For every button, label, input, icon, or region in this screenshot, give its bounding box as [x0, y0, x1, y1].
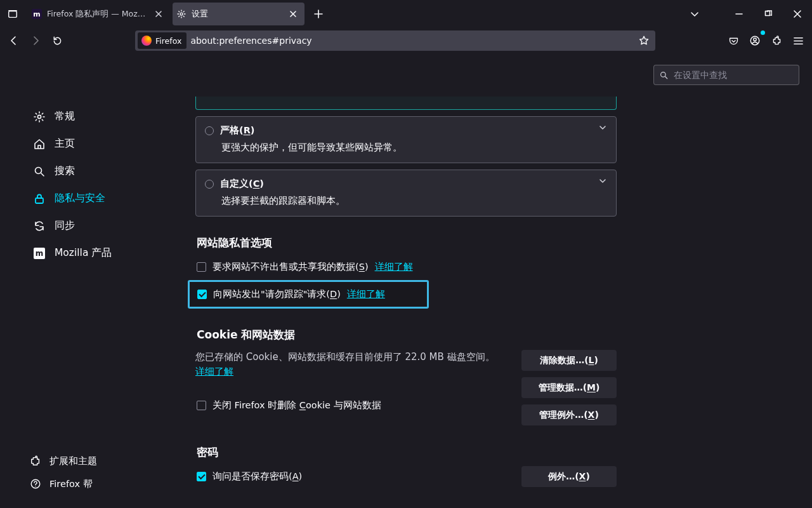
sidebar-label: Mozilla 产品: [55, 246, 112, 260]
tab-mozilla-privacy[interactable]: m Firefox 隐私声明 — Mozilla: [28, 3, 170, 25]
sidebar-item-search[interactable]: 搜索: [4, 157, 178, 185]
tab-settings[interactable]: 设置: [173, 3, 304, 25]
url-bar[interactable]: Firefox about:preferences#privacy: [135, 30, 655, 51]
svg-text:m: m: [36, 249, 44, 258]
search-icon: [33, 165, 46, 178]
chevron-down-icon[interactable]: [598, 123, 607, 132]
clear-data-button[interactable]: 清除数据…(L): [521, 350, 617, 371]
sidebar-label: 常规: [55, 110, 75, 123]
search-icon: [659, 70, 669, 80]
tab-favicon-mozilla: m: [32, 9, 42, 19]
svg-text:m: m: [33, 10, 40, 18]
checkbox-delete-on-close[interactable]: [197, 401, 206, 410]
sidebar-item-general[interactable]: 常规: [4, 103, 178, 130]
sidebar-label: 隐私与安全: [55, 192, 105, 205]
forward-button[interactable]: [25, 30, 46, 51]
sidebar-label: 主页: [55, 137, 75, 150]
option-custom[interactable]: 自定义(C) 选择要拦截的跟踪器和脚本。: [195, 170, 617, 217]
settings-search[interactable]: [653, 65, 799, 85]
identity-box[interactable]: Firefox: [138, 32, 187, 49]
learn-more-link[interactable]: 详细了解: [347, 288, 385, 300]
identity-label: Firefox: [155, 36, 181, 46]
cookies-desc: 您已存储的 Cookie、网站数据和缓存目前使用了 22.0 MB 磁盘空间。 …: [195, 350, 519, 378]
home-icon: [33, 138, 46, 150]
pocket-button[interactable]: [723, 30, 743, 51]
pref-do-not-sell[interactable]: 要求网站不许出售或共享我的数据(S) 详细了解: [195, 258, 617, 276]
sidebar-label: Firefox 帮: [49, 478, 93, 490]
new-tab-button[interactable]: [310, 5, 327, 23]
checkbox-ask-save-password[interactable]: [197, 472, 206, 481]
checkbox-label: 关闭 Firefox 时删除 Cookie 与网站数据: [213, 399, 381, 411]
learn-more-link[interactable]: 详细了解: [375, 261, 413, 273]
maximize-button[interactable]: [754, 0, 783, 28]
checkbox-label: 询问是否保存密码(A): [213, 471, 302, 483]
lock-icon: [33, 192, 46, 205]
close-icon[interactable]: [152, 8, 165, 20]
highlighted-pref: 向网站发出"请勿跟踪"请求(D) 详细了解: [188, 280, 429, 309]
firefox-logo-icon: [141, 36, 152, 46]
tab-label: Firefox 隐私声明 — Mozilla: [47, 9, 147, 20]
pref-do-not-track[interactable]: 向网站发出"请勿跟踪"请求(D) 详细了解: [197, 288, 419, 300]
svg-rect-0: [9, 11, 17, 18]
manage-data-button[interactable]: 管理数据…(M): [521, 377, 617, 398]
settings-search-input[interactable]: [674, 70, 794, 80]
preferences-content: 常规 主页 搜索 隐私与安全 同步 m Mozilla 产品 扩展和主题: [0, 53, 812, 508]
app-menu-button[interactable]: [788, 30, 808, 51]
close-icon[interactable]: [287, 8, 299, 20]
minimize-button[interactable]: [724, 0, 754, 28]
all-tabs-button[interactable]: [684, 3, 705, 25]
sidebar-label: 扩展和主题: [49, 455, 97, 467]
extensions-button[interactable]: [766, 30, 787, 51]
sidebar-extensions-themes[interactable]: 扩展和主题: [0, 450, 181, 472]
title-bar: m Firefox 隐私声明 — Mozilla 设置: [0, 0, 812, 28]
option-strict[interactable]: 严格(R) 更强大的保护，但可能导致某些网站异常。: [195, 116, 617, 163]
chevron-down-icon[interactable]: [598, 177, 607, 185]
window-controls: [724, 0, 812, 28]
svg-point-13: [661, 72, 666, 77]
option-desc: 选择要拦截的跟踪器和脚本。: [221, 195, 607, 207]
reload-button[interactable]: [47, 30, 67, 51]
section-heading-privacy-prefs: 网站隐私首选项: [197, 236, 617, 250]
url-text: about:preferences#privacy: [190, 36, 632, 46]
close-window-button[interactable]: [783, 0, 812, 28]
manage-exceptions-button[interactable]: 管理例外…(X): [521, 404, 617, 425]
option-desc: 更强大的保护，但可能导致某些网站异常。: [221, 142, 607, 154]
recent-browsing-button[interactable]: [1, 3, 24, 25]
option-title: 严格(R): [220, 124, 254, 137]
mozilla-icon: m: [33, 247, 46, 260]
passwords-block: 询问是否保存密码(A) 例外…(X): [195, 467, 617, 486]
svg-rect-9: [36, 198, 43, 203]
sidebar-item-mozilla[interactable]: m Mozilla 产品: [4, 239, 178, 267]
svg-point-3: [180, 13, 183, 15]
svg-point-7: [37, 115, 41, 118]
tab-strip: m Firefox 隐私声明 — Mozilla 设置: [25, 0, 724, 28]
svg-point-6: [754, 38, 756, 41]
section-heading-passwords: 密码: [197, 445, 617, 460]
sidebar-item-sync[interactable]: 同步: [4, 212, 178, 239]
cookies-block: 您已存储的 Cookie、网站数据和缓存目前使用了 22.0 MB 磁盘空间。 …: [195, 350, 617, 415]
tab-label: 设置: [192, 9, 282, 20]
back-button[interactable]: [4, 30, 24, 51]
checkbox-label: 要求网站不许出售或共享我的数据(S): [213, 261, 369, 273]
password-exceptions-button[interactable]: 例外…(X): [521, 466, 617, 487]
preferences-sidebar: 常规 主页 搜索 隐私与安全 同步 m Mozilla 产品 扩展和主题: [0, 53, 181, 508]
bookmark-star-icon[interactable]: [635, 32, 653, 50]
radio-custom[interactable]: [205, 180, 214, 189]
checkbox-do-not-sell[interactable]: [197, 262, 206, 272]
gear-icon: [33, 110, 46, 123]
account-button[interactable]: [745, 30, 765, 51]
sidebar-help[interactable]: Firefox 帮: [0, 472, 181, 495]
learn-more-link[interactable]: 详细了解: [195, 366, 233, 377]
sidebar-item-home[interactable]: 主页: [4, 130, 178, 157]
sync-icon: [33, 220, 46, 232]
gear-icon: [176, 9, 187, 19]
sidebar-item-privacy[interactable]: 隐私与安全: [4, 185, 178, 212]
sidebar-label: 同步: [55, 219, 75, 232]
sidebar-label: 搜索: [55, 164, 75, 178]
preferences-main: 严格(R) 更强大的保护，但可能导致某些网站异常。 自定义(C) 选择要拦截的跟…: [181, 53, 812, 508]
section-heading-cookies: Cookie 和网站数据: [197, 328, 617, 342]
radio-strict[interactable]: [205, 126, 214, 135]
checkbox-label: 向网站发出"请勿跟踪"请求(D): [213, 288, 341, 300]
option-title: 自定义(C): [220, 178, 264, 190]
checkbox-do-not-track[interactable]: [197, 290, 207, 299]
